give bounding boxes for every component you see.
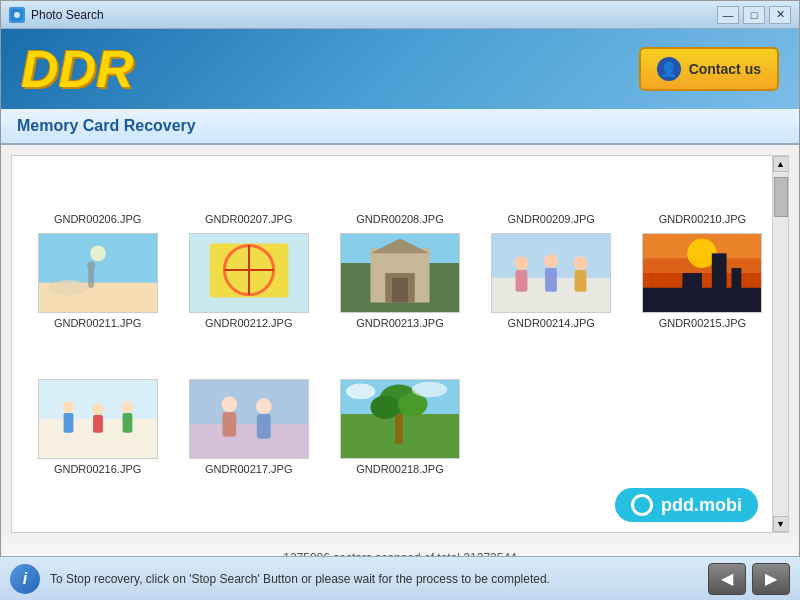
photo-label: GNDR00207.JPG <box>205 213 292 225</box>
photo-thumbnail <box>642 233 762 313</box>
svg-rect-32 <box>712 253 727 312</box>
svg-rect-26 <box>575 270 587 292</box>
photo-label: GNDR00209.JPG <box>507 213 594 225</box>
sub-header-title: Memory Card Recovery <box>17 117 196 135</box>
svg-point-56 <box>412 382 447 398</box>
photo-label: GNDR00214.JPG <box>507 317 594 329</box>
svg-rect-34 <box>683 273 703 312</box>
list-item[interactable]: GNDR00215.JPG <box>627 229 778 376</box>
photo-thumbnail <box>340 379 460 459</box>
svg-rect-33 <box>732 268 742 312</box>
scroll-track <box>773 172 788 516</box>
svg-point-21 <box>515 256 529 270</box>
contact-icon: 👤 <box>657 57 681 81</box>
title-bar: Photo Search — □ ✕ <box>1 1 799 29</box>
title-bar-left: Photo Search <box>9 7 104 23</box>
nav-buttons: ◀ ▶ <box>708 563 790 595</box>
list-item[interactable]: GNDR00210.JPG <box>627 166 778 229</box>
sub-header: Memory Card Recovery <box>1 109 799 145</box>
list-item[interactable]: GNDR00211.JPG <box>22 229 173 376</box>
watermark: pdd.mobi <box>615 488 758 522</box>
svg-point-5 <box>48 280 87 296</box>
list-item[interactable]: GNDR00207.JPG <box>173 166 324 229</box>
svg-rect-42 <box>122 413 132 433</box>
svg-point-47 <box>256 399 272 415</box>
photo-thumbnail <box>38 233 158 313</box>
list-item[interactable]: GNDR00216.JPG <box>22 375 173 522</box>
list-item[interactable]: GNDR00208.JPG <box>324 166 475 229</box>
list-item[interactable]: GNDR00218.JPG <box>324 375 475 522</box>
svg-point-41 <box>121 402 133 414</box>
svg-rect-46 <box>222 412 236 437</box>
back-button[interactable]: ◀ <box>708 563 746 595</box>
svg-point-25 <box>574 256 588 270</box>
photo-label: GNDR00211.JPG <box>54 317 141 329</box>
watermark-circle <box>631 494 653 516</box>
svg-rect-44 <box>190 380 308 424</box>
list-item[interactable]: GNDR00214.JPG <box>476 229 627 376</box>
window-controls: — □ ✕ <box>717 6 791 24</box>
photo-grid: GNDR00206.JPG GNDR00207.JPG GNDR00208.JP… <box>12 156 788 532</box>
svg-rect-6 <box>88 268 94 288</box>
photo-thumbnail <box>491 233 611 313</box>
list-item[interactable]: GNDR00209.JPG <box>476 166 627 229</box>
photo-label: GNDR00217.JPG <box>205 463 292 475</box>
status-bar: i To Stop recovery, click on 'Stop Searc… <box>0 556 800 600</box>
svg-rect-22 <box>516 270 528 292</box>
svg-rect-24 <box>545 268 557 292</box>
app-title: Photo Search <box>31 8 104 22</box>
photo-thumbnail <box>38 379 158 459</box>
ddr-logo: DDR <box>21 43 134 95</box>
maximize-button[interactable]: □ <box>743 6 765 24</box>
svg-point-55 <box>346 384 376 400</box>
contact-label: Contact us <box>689 61 761 77</box>
svg-point-39 <box>92 404 104 416</box>
svg-point-53 <box>370 396 400 420</box>
svg-point-1 <box>14 12 20 18</box>
svg-point-4 <box>90 245 106 261</box>
app-icon <box>9 7 25 23</box>
photo-label: GNDR00212.JPG <box>205 317 292 329</box>
svg-rect-48 <box>257 414 271 439</box>
svg-rect-38 <box>63 413 73 433</box>
photo-label: GNDR00215.JPG <box>659 317 746 329</box>
scroll-up-button[interactable]: ▲ <box>773 156 789 172</box>
photo-label: GNDR00218.JPG <box>356 463 443 475</box>
photo-label: GNDR00206.JPG <box>54 213 141 225</box>
scroll-thumb[interactable] <box>774 177 788 217</box>
contact-button[interactable]: 👤 Contact us <box>639 47 779 91</box>
photo-thumbnail <box>189 379 309 459</box>
watermark-text: pdd.mobi <box>661 495 742 516</box>
photo-label: GNDR00210.JPG <box>659 213 746 225</box>
app-header: DDR 👤 Contact us <box>1 29 799 109</box>
list-item[interactable]: GNDR00213.JPG <box>324 229 475 376</box>
info-icon: i <box>10 564 40 594</box>
photo-thumbnail <box>340 233 460 313</box>
svg-rect-18 <box>392 278 408 303</box>
svg-point-23 <box>544 254 558 268</box>
forward-button[interactable]: ▶ <box>752 563 790 595</box>
status-message: To Stop recovery, click on 'Stop Search'… <box>50 572 698 586</box>
photo-label: GNDR00208.JPG <box>356 213 443 225</box>
photo-label: GNDR00213.JPG <box>356 317 443 329</box>
main-content: GNDR00206.JPG GNDR00207.JPG GNDR00208.JP… <box>11 155 789 533</box>
minimize-button[interactable]: — <box>717 6 739 24</box>
photo-label: GNDR00216.JPG <box>54 463 141 475</box>
close-button[interactable]: ✕ <box>769 6 791 24</box>
list-item[interactable]: GNDR00212.JPG <box>173 229 324 376</box>
scrollbar[interactable]: ▲ ▼ <box>772 156 788 532</box>
scroll-down-button[interactable]: ▼ <box>773 516 789 532</box>
svg-point-7 <box>87 261 95 269</box>
svg-rect-40 <box>93 415 103 433</box>
svg-point-45 <box>221 397 237 413</box>
svg-point-37 <box>62 402 74 414</box>
list-item[interactable]: GNDR00217.JPG <box>173 375 324 522</box>
photo-thumbnail <box>189 233 309 313</box>
list-item[interactable]: GNDR00206.JPG <box>22 166 173 229</box>
